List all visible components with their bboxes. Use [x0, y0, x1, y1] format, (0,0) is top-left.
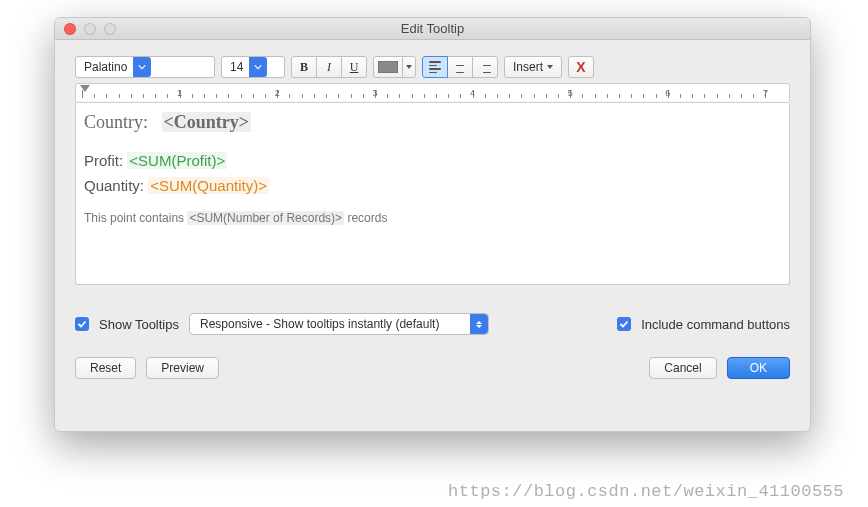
tooltip-mode-selector[interactable]: Responsive - Show tooltips instantly (de…	[189, 313, 489, 335]
font-size-selector[interactable]: 14	[221, 56, 285, 78]
chevron-down-icon	[133, 57, 151, 77]
tooltip-editor[interactable]: Country: <Country> Profit: <SUM(Profit)>…	[75, 103, 790, 285]
font-selector[interactable]: Palatino	[75, 56, 215, 78]
align-right-button[interactable]	[472, 56, 498, 78]
include-command-label: Include command buttons	[641, 317, 790, 332]
ruler[interactable]: 1234567	[75, 83, 790, 103]
field-sum-profit: <SUM(Profit)>	[127, 152, 227, 169]
color-swatch-icon	[378, 61, 398, 73]
include-command-checkbox[interactable]	[617, 317, 631, 331]
align-right-icon	[479, 61, 491, 73]
bold-button[interactable]: B	[291, 56, 317, 78]
editor-line-profit: Profit: <SUM(Profit)>	[84, 150, 781, 173]
italic-button[interactable]: I	[316, 56, 342, 78]
align-center-icon	[454, 61, 466, 73]
field-country: <Country>	[162, 112, 252, 132]
titlebar: Edit Tooltip	[55, 18, 810, 40]
insert-button-group: Insert	[504, 56, 562, 78]
dialog-window: Edit Tooltip Palatino 14 B I U	[54, 17, 811, 432]
tooltip-mode-value: Responsive - Show tooltips instantly (de…	[190, 317, 470, 331]
reset-button[interactable]: Reset	[75, 357, 136, 379]
clear-button-group: X	[568, 56, 594, 78]
font-size-value: 14	[222, 60, 249, 74]
show-tooltips-checkbox[interactable]	[75, 317, 89, 331]
button-row: Reset Preview Cancel OK	[75, 357, 790, 379]
window-title: Edit Tooltip	[55, 21, 810, 36]
editor-line-records: This point contains <SUM(Number of Recor…	[84, 209, 781, 227]
watermark: https://blog.csdn.net/weixin_41100555	[448, 482, 844, 501]
chevron-down-icon	[249, 57, 267, 77]
text-color-dropdown[interactable]	[402, 56, 416, 78]
text-color-button[interactable]	[373, 56, 403, 78]
insert-button[interactable]: Insert	[504, 56, 562, 78]
align-left-icon	[429, 61, 441, 73]
field-sum-quantity: <SUM(Quantity)>	[148, 177, 269, 194]
underline-button[interactable]: U	[341, 56, 367, 78]
style-button-group: B I U	[291, 56, 367, 78]
font-selector-value: Palatino	[76, 60, 133, 74]
cancel-button[interactable]: Cancel	[649, 357, 716, 379]
dialog-content: Palatino 14 B I U Insert	[55, 40, 810, 393]
editor-line-quantity: Quantity: <SUM(Quantity)>	[84, 175, 781, 198]
align-left-button[interactable]	[422, 56, 448, 78]
align-button-group	[422, 56, 498, 78]
field-sum-records: <SUM(Number of Records)>	[187, 211, 344, 225]
options-row: Show Tooltips Responsive - Show tooltips…	[75, 313, 790, 335]
ok-button[interactable]: OK	[727, 357, 790, 379]
preview-button[interactable]: Preview	[146, 357, 219, 379]
clear-button[interactable]: X	[568, 56, 594, 78]
stepper-icon	[470, 314, 488, 334]
show-tooltips-label: Show Tooltips	[99, 317, 179, 332]
color-button-group	[373, 56, 416, 78]
editor-line-country: Country: <Country>	[84, 109, 781, 136]
x-icon: X	[576, 59, 585, 75]
align-center-button[interactable]	[447, 56, 473, 78]
formatting-toolbar: Palatino 14 B I U Insert	[75, 56, 790, 78]
